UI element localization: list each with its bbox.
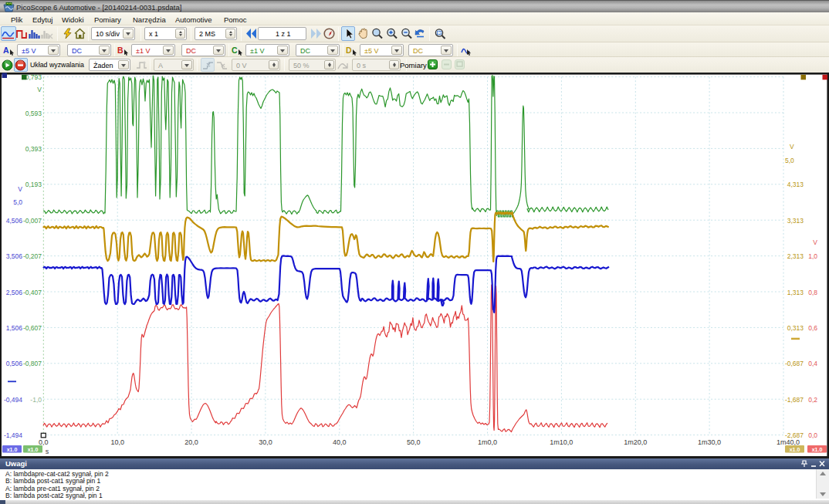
svg-text:-1,0: -1,0 [30, 396, 42, 404]
svg-text:-1,494: -1,494 [4, 431, 22, 439]
svg-text:-0,407: -0,407 [23, 289, 42, 296]
svg-text:0,313: 0,313 [787, 324, 804, 332]
svg-text:1,313: 1,313 [787, 289, 804, 296]
svg-text:0,4: 0,4 [808, 360, 817, 367]
svg-text:V: V [18, 185, 22, 193]
svg-text:0,506: 0,506 [6, 360, 23, 367]
svg-text:V: V [37, 86, 42, 93]
svg-text:-0,494: -0,494 [4, 396, 22, 404]
svg-text:4,313: 4,313 [787, 181, 804, 188]
svg-text:s: s [46, 448, 49, 455]
svg-text:x1.0: x1.0 [812, 447, 823, 452]
svg-text:3,506: 3,506 [6, 252, 23, 260]
svg-text:-0,007: -0,007 [23, 217, 42, 225]
svg-text:1,506: 1,506 [6, 324, 23, 332]
svg-text:x1.0: x1.0 [790, 447, 800, 452]
svg-text:0,0: 0,0 [808, 431, 817, 439]
svg-text:V: V [790, 143, 794, 151]
svg-text:0,793: 0,793 [25, 73, 42, 81]
svg-text:2,313: 2,313 [787, 252, 804, 260]
svg-text:-0,607: -0,607 [23, 324, 42, 332]
svg-text:V: V [813, 238, 817, 246]
svg-text:1m20,0: 1m20,0 [624, 438, 647, 446]
svg-text:-0,807: -0,807 [23, 360, 42, 367]
svg-text:0,0: 0,0 [39, 438, 49, 446]
svg-text:2,506: 2,506 [6, 289, 23, 296]
svg-text:0,2: 0,2 [808, 396, 817, 404]
svg-text:0,193: 0,193 [25, 181, 42, 188]
svg-text:4,506: 4,506 [6, 217, 23, 225]
svg-text:1m30,0: 1m30,0 [698, 438, 721, 446]
svg-text:3,313: 3,313 [787, 217, 804, 225]
svg-text:30,0: 30,0 [259, 438, 272, 446]
svg-text:-0,207: -0,207 [23, 252, 42, 260]
svg-text:0,8: 0,8 [808, 289, 817, 296]
svg-text:-0,687: -0,687 [785, 360, 804, 367]
svg-text:5,0: 5,0 [785, 157, 794, 164]
svg-text:0,6: 0,6 [808, 324, 817, 332]
svg-text:x1.0: x1.0 [7, 447, 18, 452]
svg-text:1m0,0: 1m0,0 [478, 438, 497, 446]
svg-text:20,0: 20,0 [184, 438, 198, 446]
svg-text:5,0: 5,0 [13, 198, 22, 206]
svg-text:10,0: 10,0 [110, 438, 124, 446]
svg-text:40,0: 40,0 [333, 438, 347, 446]
svg-text:1,0: 1,0 [808, 252, 817, 260]
svg-text:x1.0: x1.0 [28, 447, 39, 452]
svg-text:1m40,0: 1m40,0 [777, 438, 800, 446]
svg-text:-1,687: -1,687 [785, 396, 804, 404]
svg-text:0,593: 0,593 [25, 110, 42, 117]
svg-text:0,393: 0,393 [25, 145, 42, 153]
svg-text:50,0: 50,0 [407, 438, 421, 446]
svg-text:1m10,0: 1m10,0 [550, 438, 573, 446]
